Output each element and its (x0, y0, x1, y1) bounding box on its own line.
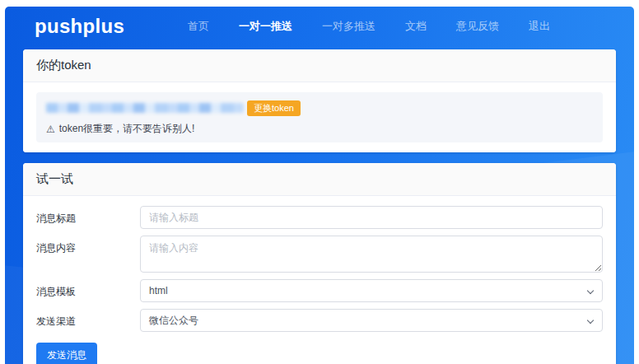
warning-icon: ⚠ (46, 124, 55, 135)
nav-item-docs[interactable]: 文档 (405, 19, 427, 34)
nav-item-one-to-one-push[interactable]: 一对一推送 (239, 19, 292, 34)
chevron-down-icon (587, 287, 594, 294)
message-template-selected-value: html (149, 285, 168, 296)
main-nav: 首页 一对一推送 一对多推送 文档 意见反馈 退出 (188, 19, 586, 34)
nav-item-one-to-many-push[interactable]: 一对多推送 (322, 19, 375, 34)
chevron-down-icon (587, 317, 594, 324)
token-warning-text: token很重要，请不要告诉别人! (59, 122, 195, 136)
send-channel-row: 发送渠道 微信公众号 (36, 309, 603, 332)
top-navigation-bar: pushplus 首页 一对一推送 一对多推送 文档 意见反馈 退出 (5, 7, 634, 46)
message-content-label: 消息内容 (36, 236, 140, 255)
message-template-select[interactable]: html (140, 279, 603, 302)
pushplus-logo[interactable]: pushplus (35, 15, 124, 38)
message-title-input[interactable] (140, 206, 603, 229)
message-title-row: 消息标题 (36, 206, 603, 229)
try-it-card-title: 试一试 (36, 171, 73, 185)
token-card-title: 你的token (36, 58, 91, 72)
token-blurred-value (46, 103, 244, 113)
send-channel-select[interactable]: 微信公众号 (140, 309, 603, 332)
nav-item-logout[interactable]: 退出 (529, 19, 550, 34)
message-template-label: 消息模板 (36, 279, 140, 299)
send-channel-selected-value: 微信公众号 (149, 314, 198, 328)
token-box: 更换token ⚠ token很重要，请不要告诉别人! (36, 92, 603, 142)
message-content-row: 消息内容 (36, 236, 603, 273)
change-token-button[interactable]: 更换token (247, 100, 301, 116)
try-it-card-header: 试一试 (23, 163, 616, 196)
message-content-textarea[interactable] (140, 236, 603, 273)
page-background: pushplus 首页 一对一推送 一对多推送 文档 意见反馈 退出 你的tok… (5, 7, 634, 364)
message-title-label: 消息标题 (36, 206, 140, 226)
page-content: 你的token 更换token ⚠ token很重要，请不要告诉别人! 试 (5, 46, 634, 364)
try-it-card-body: 消息标题 消息内容 消息模板 html (23, 196, 616, 364)
message-template-row: 消息模板 html (36, 279, 603, 302)
token-row: 更换token (46, 100, 593, 116)
nav-item-home[interactable]: 首页 (188, 19, 209, 34)
token-card-body: 更换token ⚠ token很重要，请不要告诉别人! (23, 82, 616, 152)
token-card: 你的token 更换token ⚠ token很重要，请不要告诉别人! (23, 49, 616, 152)
token-card-header: 你的token (23, 49, 616, 82)
token-warning: ⚠ token很重要，请不要告诉别人! (46, 122, 593, 136)
send-message-button[interactable]: 发送消息 (36, 343, 97, 364)
try-it-card: 试一试 消息标题 消息内容 消息模板 (23, 163, 616, 364)
nav-item-feedback[interactable]: 意见反馈 (456, 19, 499, 34)
send-channel-label: 发送渠道 (36, 309, 140, 329)
